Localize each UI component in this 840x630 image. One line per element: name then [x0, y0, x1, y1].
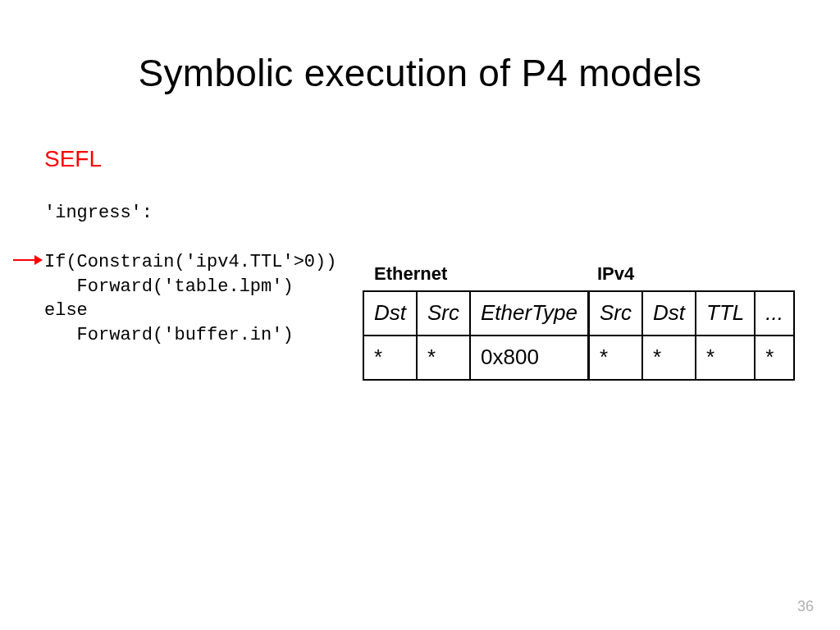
slide-title: Symbolic execution of P4 models: [0, 51, 840, 95]
val-eth-dst: *: [363, 336, 417, 380]
page-number: 36: [797, 598, 814, 615]
val-ipv4-src: *: [589, 336, 643, 380]
table-row: * * 0x800 * * * *: [363, 336, 794, 380]
ethernet-header-label: Ethernet: [374, 263, 447, 285]
col-ttl: TTL: [696, 291, 755, 336]
col-eth-src: Src: [417, 291, 470, 336]
val-ipv4-dst: *: [642, 336, 696, 380]
val-ethertype: 0x800: [470, 336, 589, 380]
col-ethertype: EtherType: [470, 291, 589, 336]
val-eth-src: *: [417, 336, 470, 380]
code-line-4: Forward('buffer.in'): [44, 325, 294, 345]
col-ipv4-dst: Dst: [642, 291, 696, 336]
code-line-2: Forward('table.lpm'): [44, 276, 294, 297]
val-more: *: [755, 336, 794, 380]
ipv4-header-label: IPv4: [597, 263, 634, 285]
col-ipv4-src: Src: [589, 291, 643, 336]
sefl-label: SEFL: [44, 146, 102, 172]
col-more: ...: [755, 291, 794, 336]
val-ttl: *: [696, 336, 755, 380]
col-eth-dst: Dst: [363, 291, 417, 336]
packet-table: Dst Src EtherType Src Dst TTL ... * * 0x…: [363, 290, 795, 381]
code-line-1: If(Constrain('ipv4.TTL'>0)): [44, 252, 336, 272]
code-ingress: 'ingress':: [44, 201, 153, 226]
arrow-icon: [13, 259, 41, 261]
code-line-3: else: [44, 300, 88, 321]
code-block: If(Constrain('ipv4.TTL'>0)) Forward('tab…: [44, 250, 336, 348]
table-row: Dst Src EtherType Src Dst TTL ...: [363, 291, 794, 336]
